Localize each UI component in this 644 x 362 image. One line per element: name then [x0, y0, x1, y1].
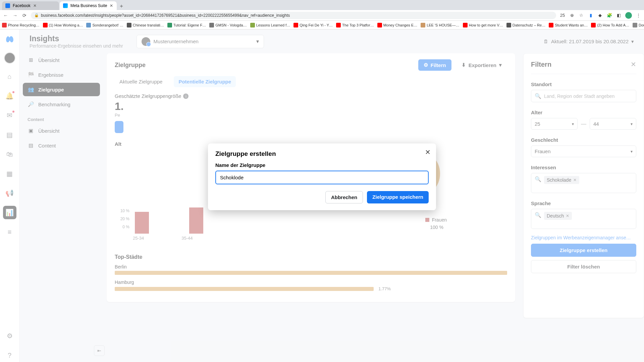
bookmark-item[interactable]: LEE 'S HOUSE—… — [421, 23, 459, 27]
subnav-audience[interactable]: 👥Zielgruppe — [23, 83, 100, 96]
insights-icon[interactable]: 📊 — [3, 206, 16, 219]
filter-button[interactable]: ⚙ Filtern — [418, 59, 451, 71]
browser-tab[interactable]: Facebook ✕ — [2, 1, 59, 10]
subnav-overview[interactable]: ⊞Übersicht — [23, 53, 100, 67]
date-range-picker[interactable]: 🗓 Aktuell: 21.07.2019 bis 20.08.2022 ▾ — [543, 39, 634, 45]
account-avatar[interactable] — [4, 52, 15, 64]
browser-tab-active[interactable]: Meta Business Suite ✕ — [60, 1, 117, 10]
language-chip[interactable]: Deutsch✕ — [544, 212, 572, 220]
close-icon[interactable]: ✕ — [33, 3, 37, 8]
remove-chip-icon[interactable]: ✕ — [573, 178, 577, 182]
back-icon[interactable]: ← — [3, 12, 9, 18]
tab-current-audience[interactable]: Aktuelle Zielgruppe — [115, 76, 167, 87]
tab-potential-audience[interactable]: Potentielle Zielgruppe — [174, 76, 236, 87]
bookmark-item[interactable]: (2) How To Add A… — [591, 23, 629, 27]
subnav-content-overview[interactable]: ▣Übersicht — [23, 124, 100, 137]
meta-logo-icon[interactable] — [3, 33, 16, 46]
home-icon[interactable]: ⌂ — [3, 70, 16, 83]
bookmark-item[interactable]: (1) How Working a… — [43, 23, 83, 27]
export-button[interactable]: ⬇ Exportieren ▾ — [456, 59, 507, 71]
chevron-down-icon: ▾ — [631, 122, 633, 126]
menu-icon[interactable]: ⋮ — [635, 13, 641, 18]
city-percentage: 1.77% — [378, 286, 391, 291]
results-icon: 🏁 — [28, 71, 34, 78]
reload-icon[interactable]: ⟳ — [21, 12, 28, 18]
bookmark-item[interactable]: Phone Recycling… — [2, 23, 40, 27]
x-axis-label: 25-34 — [133, 236, 144, 241]
site-icon — [421, 23, 425, 27]
bell-icon[interactable]: 🔔 — [3, 89, 16, 103]
close-icon[interactable]: ✕ — [110, 3, 113, 8]
bookmark-item[interactable]: How to get more V… — [463, 23, 503, 27]
profile-avatar-icon[interactable] — [625, 12, 632, 19]
bookmark-item[interactable]: Money Changes E… — [377, 23, 418, 27]
range-dash: — — [581, 121, 586, 127]
new-tab-button[interactable]: ＋ — [117, 2, 125, 10]
gender-select[interactable]: Frauen▾ — [531, 145, 636, 157]
remove-chip-icon[interactable]: ✕ — [566, 214, 569, 218]
bookmark-item[interactable]: GMSN - Vologda… — [209, 23, 247, 27]
bookmark-item[interactable]: Tutorial: Eigene F… — [167, 23, 206, 27]
bookmark-item[interactable]: Lessons Learned f… — [250, 23, 290, 27]
overview-icon: ⊞ — [28, 57, 34, 63]
posts-icon[interactable]: ▤ — [3, 128, 16, 141]
modal-title: Zielgruppe erstellen — [215, 150, 429, 158]
audience-name-input[interactable] — [215, 171, 429, 184]
url-input[interactable]: 🔒 business.facebook.com/latest/insights/… — [31, 12, 556, 19]
info-icon[interactable]: i — [183, 94, 189, 99]
hamburger-icon[interactable]: ≡ — [3, 225, 16, 239]
interest-input[interactable]: 🔍 Schokolade✕ — [531, 173, 636, 193]
facebook-ext-icon[interactable]: ▮ — [588, 13, 594, 18]
commerce-icon[interactable]: 🛍 — [3, 147, 16, 161]
meta-favicon-icon — [63, 3, 68, 8]
close-icon[interactable]: ✕ — [425, 148, 431, 156]
global-nav-rail: ⌂ 🔔 ✉ ▤ 🛍 ▦ 📢 📊 ≡ ⚙ ? — [0, 29, 19, 362]
bookmark-item[interactable]: Datenschutz – Re… — [506, 23, 545, 27]
subnav-benchmarking[interactable]: 🔎Benchmarking — [23, 98, 100, 111]
ads-icon[interactable]: 📢 — [3, 186, 16, 200]
age-from-select[interactable]: 25▾ — [531, 118, 578, 130]
gear-icon[interactable]: ⚙ — [3, 329, 16, 343]
collapse-panel-icon[interactable]: ⇤ — [94, 345, 105, 356]
chevron-down-icon: ▾ — [499, 62, 502, 68]
ads-manager-link[interactable]: Zielgruppen im Werbeanzeigenmanager anse… — [531, 235, 636, 240]
ext-icon[interactable]: ◆ — [597, 13, 603, 18]
messenger-icon[interactable]: ✉ — [3, 109, 16, 122]
subnav-results[interactable]: 🏁Ergebnisse — [23, 68, 100, 81]
location-field[interactable] — [544, 94, 633, 99]
zoom-icon[interactable]: ⊕ — [569, 13, 575, 18]
page-selector[interactable]: Musterunternehmen ▾ — [137, 35, 264, 48]
lock-icon: 🔒 — [34, 13, 39, 17]
save-audience-button[interactable]: Zielgruppe speichern — [367, 191, 429, 203]
filter-location-input[interactable]: 🔍 — [531, 90, 636, 102]
bookmark-item[interactable]: Student Wants an… — [549, 23, 588, 27]
star-icon[interactable]: ☆ — [578, 13, 584, 18]
help-icon[interactable]: ? — [3, 349, 16, 362]
bookmark-item[interactable]: The Top 3 Platfor… — [336, 23, 374, 27]
cancel-button[interactable]: Abbrechen — [325, 191, 363, 203]
subnav-content[interactable]: ▤Content — [23, 139, 100, 152]
language-input[interactable]: 🔍 Deutsch✕ — [531, 209, 636, 229]
page-name: Musterunternehmen — [154, 39, 253, 44]
age-to-select[interactable]: 44▾ — [590, 118, 636, 130]
tab-count-icon[interactable]: 25 — [559, 13, 566, 18]
forward-icon[interactable]: → — [12, 12, 18, 18]
create-audience-button[interactable]: Zielgruppe erstellen — [531, 244, 636, 257]
search-icon: 🔍 — [535, 176, 541, 182]
bookmark-item[interactable]: Chinese translati… — [127, 23, 164, 27]
interest-chip[interactable]: Schokolade✕ — [544, 176, 579, 184]
city-name: Hamburg — [115, 280, 507, 285]
chevron-down-icon: ▾ — [631, 39, 634, 45]
clear-filters-button[interactable]: Filter löschen — [531, 260, 636, 273]
puzzle-icon[interactable]: 🧩 — [606, 13, 612, 18]
calendar-icon: 🗓 — [543, 39, 548, 44]
save-audience-button[interactable] — [115, 121, 123, 133]
bookmark-item[interactable]: Qing Fei De Yi - Y… — [293, 23, 333, 27]
site-icon — [86, 23, 91, 27]
bookmark-item[interactable]: Sonderangebot! … — [86, 23, 123, 27]
bookmark-item[interactable]: Download - Cooki… — [633, 23, 644, 27]
close-icon[interactable]: ✕ — [631, 60, 636, 68]
panel-icon[interactable]: ◧ — [616, 13, 622, 18]
download-icon: ⬇ — [462, 62, 466, 68]
calendar-icon[interactable]: ▦ — [3, 167, 16, 180]
